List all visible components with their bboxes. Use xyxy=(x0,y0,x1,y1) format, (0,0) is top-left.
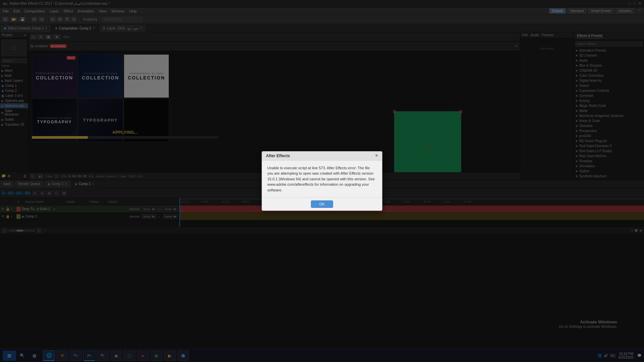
dialog-title-text: After Effects xyxy=(266,154,290,158)
dialog-body: Unable to execute script at line 573. Af… xyxy=(262,161,382,198)
dialog-overlay[interactable]: After Effects ✕ Unable to execute script… xyxy=(0,0,644,362)
dialog-message: Unable to execute script at line 573. Af… xyxy=(267,165,377,193)
dialog-ok-button[interactable]: OK xyxy=(311,200,333,208)
dialog-footer: OK xyxy=(262,197,382,210)
error-dialog: After Effects ✕ Unable to execute script… xyxy=(262,151,382,211)
dialog-close-btn[interactable]: ✕ xyxy=(375,154,378,158)
dialog-title-bar: After Effects ✕ xyxy=(262,152,382,161)
